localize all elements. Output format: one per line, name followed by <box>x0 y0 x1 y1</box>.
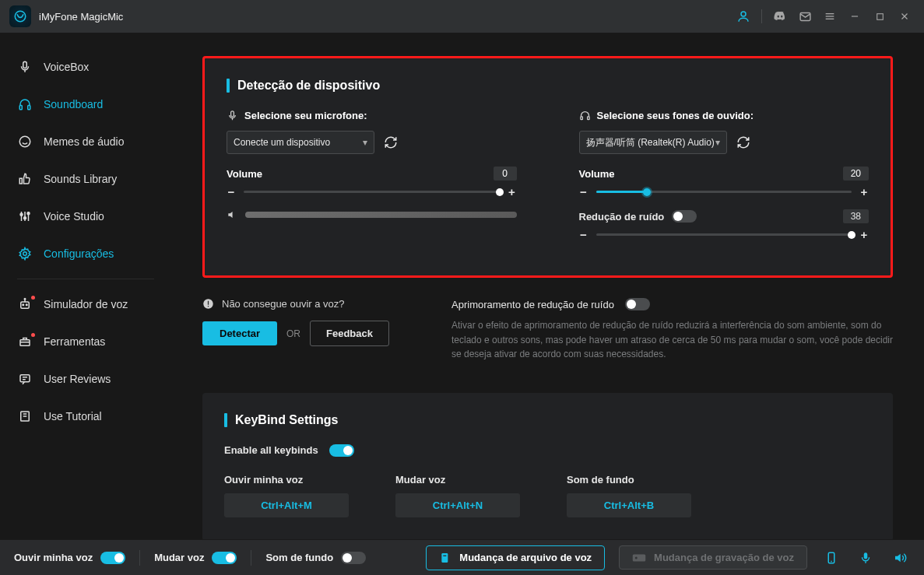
noise-decrease[interactable]: − <box>579 228 588 241</box>
footer-hear-switch[interactable] <box>100 552 125 564</box>
or-label: OR <box>286 328 300 339</box>
keybind-item-bg: Som de fundo Ctrl+Alt+B <box>567 474 707 517</box>
speaker-icon <box>227 209 237 220</box>
svg-point-25 <box>24 299 26 300</box>
sidebar-item-reviews[interactable]: User Reviews <box>0 360 171 398</box>
footer-bar: Ouvir minha voz Mudar voz Som de fundo M… <box>0 539 924 575</box>
sidebar-item-settings[interactable]: Configurações <box>0 235 171 272</box>
sidebar-item-soundboard[interactable]: Soundboard <box>0 86 171 123</box>
device-section-title: Detecção de dispositivo <box>227 79 869 93</box>
enhance-description: Ativar o efeito de aprimoramento de redu… <box>451 318 893 362</box>
sidebar-label: Sounds Library <box>44 173 117 185</box>
keybind-enable-toggle[interactable] <box>329 444 354 457</box>
mic-icon <box>17 59 33 75</box>
menu-icon[interactable] <box>820 6 840 26</box>
toolbox-icon <box>17 334 33 349</box>
chevron-down-icon: ▾ <box>715 137 720 148</box>
help-row: Não consegue ouvir a voz? Detectar OR Fe… <box>202 298 893 362</box>
hp-volume-slider[interactable] <box>596 191 852 193</box>
footer-phone-icon[interactable] <box>821 551 841 565</box>
mic-volume-increase[interactable]: + <box>508 185 517 198</box>
hp-volume-label: Volume <box>579 168 615 180</box>
hp-select[interactable]: 扬声器/听筒 (Realtek(R) Audio) ▾ <box>579 131 727 154</box>
svg-point-13 <box>19 136 30 147</box>
svg-rect-27 <box>20 375 30 382</box>
hp-select-value: 扬声器/听筒 (Realtek(R) Audio) <box>586 136 715 149</box>
sidebar-label: Soundboard <box>44 98 103 110</box>
keybind-key[interactable]: Ctrl+Alt+B <box>567 493 691 517</box>
hp-volume-decrease[interactable]: − <box>579 185 588 198</box>
keybind-label: Som de fundo <box>567 474 707 486</box>
help-question: Não consegue ouvir a voz? <box>202 298 389 310</box>
headphones-small-icon <box>579 110 591 121</box>
noise-reduction-label: Redução de ruído <box>579 211 665 223</box>
mic-refresh-button[interactable] <box>382 134 399 151</box>
mic-select[interactable]: Conecte um dispositivo ▾ <box>227 131 374 154</box>
footer-bg-label: Som de fundo <box>265 552 333 563</box>
footer-bg-switch[interactable] <box>341 552 366 564</box>
svg-rect-43 <box>864 552 868 559</box>
account-icon[interactable] <box>733 6 754 26</box>
record-voice-change-label: Mudança de gravação de voz <box>654 552 794 563</box>
noise-slider[interactable] <box>596 233 852 236</box>
sidebar-item-voicebox[interactable]: VoiceBox <box>0 48 171 86</box>
mic-volume-decrease[interactable]: − <box>227 185 236 198</box>
sidebar-label: VoiceBox <box>44 61 89 73</box>
footer-change-switch[interactable] <box>212 552 237 564</box>
maximize-icon[interactable] <box>870 6 890 26</box>
hp-refresh-button[interactable] <box>735 134 752 151</box>
enhance-toggle[interactable] <box>625 298 650 310</box>
sidebar: VoiceBox Soundboard Memes de áudio Sound… <box>0 33 171 539</box>
footer-sep <box>139 550 140 566</box>
keybind-key[interactable]: Ctrl+Alt+N <box>395 493 520 517</box>
content-area: Detecção de dispositivo Selecione seu mi… <box>171 33 924 539</box>
svg-rect-39 <box>633 554 646 561</box>
headphones-icon <box>17 96 33 112</box>
noise-increase[interactable]: + <box>859 228 869 241</box>
sidebar-item-studio[interactable]: Voice Studio <box>0 198 171 235</box>
enhance-label: Aprimoramento de redução de ruído <box>451 299 614 310</box>
keybind-title: KeyBind Settings <box>224 413 871 427</box>
footer-volume-icon[interactable] <box>890 551 910 565</box>
footer-change-toggle: Mudar voz <box>154 552 237 564</box>
close-icon[interactable] <box>894 6 915 26</box>
record-voice-change-button[interactable]: Mudança de gravação de voz <box>619 545 807 570</box>
hp-field-label: Selecione seus fones de ouvido: <box>579 110 870 121</box>
hp-volume-increase[interactable]: + <box>859 185 869 198</box>
footer-hear-toggle: Ouvir minha voz <box>14 552 125 564</box>
svg-rect-11 <box>19 106 22 110</box>
sidebar-item-memes[interactable]: Memes de áudio <box>0 123 171 160</box>
file-voice-change-button[interactable]: Mudança de arquivo de voz <box>426 545 605 570</box>
chat-icon <box>17 371 33 387</box>
mic-label-text: Selecione seu microfone: <box>244 110 367 121</box>
robot-icon <box>17 296 33 312</box>
mic-select-value: Conecte um dispositivo <box>234 137 330 148</box>
mic-volume-slider[interactable] <box>244 191 500 193</box>
sidebar-item-simulator[interactable]: Simulador de voz <box>0 286 171 323</box>
svg-rect-12 <box>28 106 30 110</box>
noise-reduction-toggle[interactable] <box>672 210 697 223</box>
book-icon <box>17 408 33 424</box>
gear-icon <box>17 246 33 261</box>
keybind-item-change: Mudar voz Ctrl+Alt+N <box>395 474 536 517</box>
svg-point-23 <box>26 304 28 306</box>
footer-mic-icon[interactable] <box>855 551 876 565</box>
headphone-column: Selecione seus fones de ouvido: 扬声器/听筒 (… <box>579 110 870 252</box>
svg-point-0 <box>15 11 26 22</box>
mic-volume-value: 0 <box>494 167 517 181</box>
detect-button[interactable]: Detectar <box>202 321 277 345</box>
mail-icon[interactable] <box>795 6 815 26</box>
keybind-key[interactable]: Ctrl+Alt+M <box>224 493 349 517</box>
feedback-button[interactable]: Feedback <box>310 321 389 346</box>
alert-icon <box>202 298 214 310</box>
svg-rect-38 <box>444 555 447 556</box>
sidebar-item-tools[interactable]: Ferramentas <box>0 323 171 360</box>
discord-icon[interactable] <box>770 6 790 26</box>
footer-change-label: Mudar voz <box>154 552 204 563</box>
hp-volume-value: 20 <box>843 167 869 181</box>
mic-level-meter <box>227 209 517 220</box>
sidebar-item-tutorial[interactable]: Use Tutorial <box>0 398 171 435</box>
footer-bg-toggle: Som de fundo <box>265 552 366 564</box>
sidebar-item-library[interactable]: Sounds Library <box>0 160 171 198</box>
minimize-icon[interactable] <box>845 6 865 26</box>
